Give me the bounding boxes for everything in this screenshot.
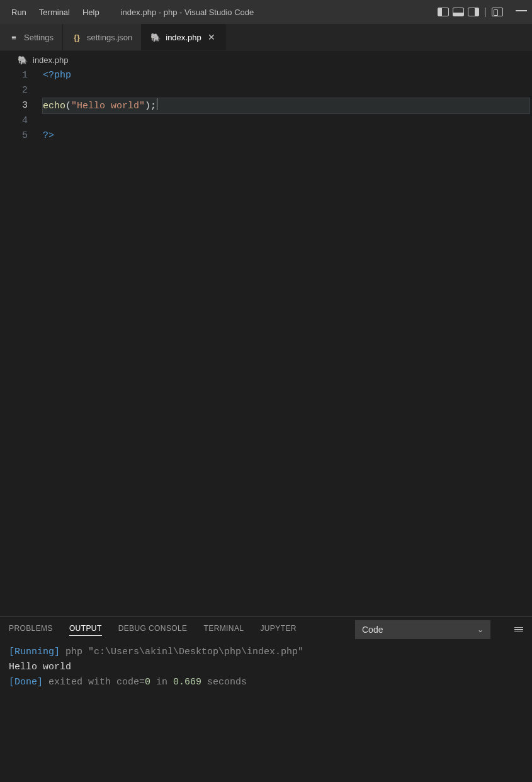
panel-tab-terminal[interactable]: TERMINAL <box>204 624 244 635</box>
code-line[interactable]: echo("Hello world"); <box>43 98 529 113</box>
menu-help[interactable]: Help <box>76 4 106 21</box>
output-line: Hello world <box>9 660 523 675</box>
panel-tab-output[interactable]: OUTPUT <box>69 624 102 636</box>
tab-settings[interactable]: ≡ Settings <box>0 24 63 50</box>
clear-output-icon[interactable] <box>514 627 523 633</box>
line-number: 5 <box>0 128 28 144</box>
tab-index-php[interactable]: 🐘 index.php ✕ <box>142 24 225 50</box>
tab-label: index.php <box>166 33 201 42</box>
line-number: 3 <box>0 98 28 113</box>
editor-tabs: ≡ Settings {} settings.json 🐘 index.php … <box>0 24 532 52</box>
php-icon: 🐘 <box>18 55 28 65</box>
panel-tab-jupyter[interactable]: JUPYTER <box>260 624 296 635</box>
code-editor[interactable]: 1 2 3 4 5 <?php echo("Hello world"); ?> <box>0 68 532 616</box>
code-line[interactable]: <?php <box>43 68 529 83</box>
breadcrumb-file: index.php <box>33 55 68 65</box>
layout-sidebar-left-icon[interactable] <box>438 8 449 16</box>
php-icon: 🐘 <box>150 32 161 42</box>
layout-sidebar-right-icon[interactable] <box>468 8 479 16</box>
window-minimize-button[interactable] <box>516 10 527 11</box>
line-number: 1 <box>0 68 28 83</box>
customize-layout-icon[interactable] <box>492 8 503 16</box>
output-channel-select[interactable]: Code ⌄ <box>355 620 490 639</box>
chevron-down-icon: ⌄ <box>477 625 484 634</box>
panel-tabs: PROBLEMS OUTPUT DEBUG CONSOLE TERMINAL J… <box>0 617 532 642</box>
tab-label: Settings <box>24 33 54 42</box>
code-line[interactable] <box>43 83 529 98</box>
line-number-gutter: 1 2 3 4 5 <box>0 68 43 616</box>
tab-label: settings.json <box>87 33 132 42</box>
text-cursor <box>157 98 157 110</box>
menu-terminal[interactable]: Terminal <box>33 4 76 21</box>
line-number: 2 <box>0 83 28 98</box>
output-content[interactable]: [Running] php "c:\Users\akinl\Desktop\ph… <box>0 642 532 782</box>
line-number: 4 <box>0 113 28 128</box>
bottom-panel: PROBLEMS OUTPUT DEBUG CONSOLE TERMINAL J… <box>0 616 532 782</box>
tab-settings-json[interactable]: {} settings.json <box>63 24 142 50</box>
code-line[interactable] <box>43 113 529 128</box>
output-line: [Done] exited with code=0 in 0.669 secon… <box>9 675 523 690</box>
panel-tab-problems[interactable]: PROBLEMS <box>9 624 53 635</box>
code-line[interactable]: ?> <box>43 128 529 144</box>
panel-tab-debug-console[interactable]: DEBUG CONSOLE <box>118 624 188 635</box>
window-title: index.php - php - Visual Studio Code <box>121 8 254 17</box>
menu-bar: Run Terminal Help <box>5 4 106 21</box>
titlebar-right: | <box>438 6 527 18</box>
breadcrumb[interactable]: 🐘 index.php <box>0 52 532 68</box>
code-content[interactable]: <?php echo("Hello world"); ?> <box>43 68 532 616</box>
close-icon[interactable]: ✕ <box>207 32 217 42</box>
output-line: [Running] php "c:\Users\akinl\Desktop\ph… <box>9 645 523 660</box>
select-value: Code <box>362 625 383 635</box>
title-bar: Run Terminal Help index.php - php - Visu… <box>0 0 532 24</box>
json-icon: {} <box>72 32 82 42</box>
menu-run[interactable]: Run <box>5 4 33 21</box>
layout-panel-bottom-icon[interactable] <box>453 8 464 16</box>
settings-icon: ≡ <box>9 32 19 42</box>
separator-icon: | <box>484 6 487 18</box>
